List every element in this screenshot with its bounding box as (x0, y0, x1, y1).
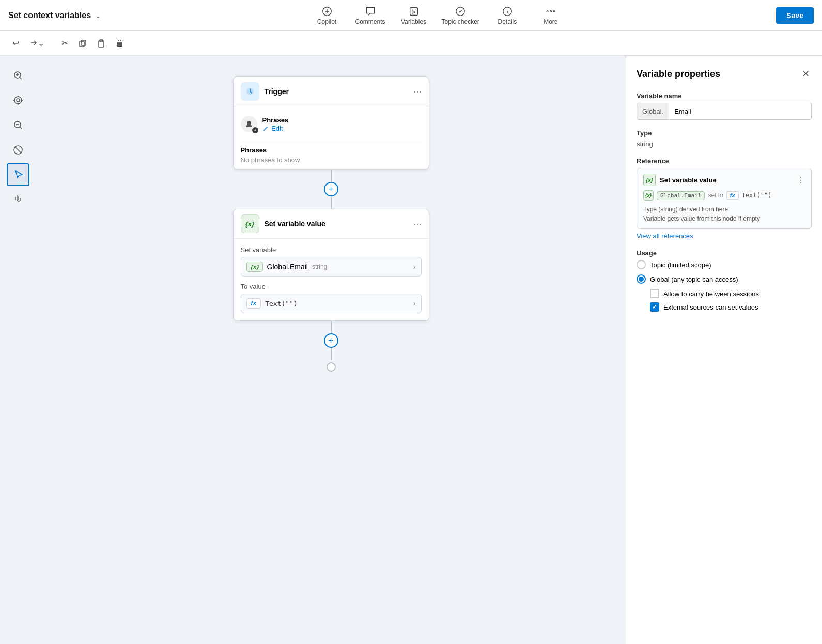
type-value: string (637, 140, 812, 148)
save-button[interactable]: Save (776, 7, 814, 24)
checkbox-external-check: ✓ (652, 303, 657, 311)
svg-point-17 (17, 99, 20, 102)
end-circle (327, 362, 336, 372)
panel-title: Variable properties (637, 69, 720, 80)
topbar-left: Set context variables ⌄ (8, 11, 101, 20)
nav-copilot[interactable]: Copilot (312, 6, 343, 25)
radio-global-circle (637, 274, 646, 284)
reference-card: {x} Set variable value ⋮ {x} Global.Emai… (637, 168, 812, 229)
radio-topic-label: Topic (limited scope) (650, 261, 711, 269)
svg-point-29 (247, 121, 251, 125)
formula-arrow-icon: › (413, 299, 416, 308)
flow-container: Trigger ··· Phrases (233, 76, 429, 372)
to-value-label: To value (241, 283, 422, 290)
nav-more-label: More (544, 18, 557, 25)
view-all-references-link[interactable]: View all references (637, 232, 693, 240)
center-button[interactable] (7, 89, 29, 112)
paste-button[interactable] (93, 36, 110, 51)
checkbox-carry[interactable]: Allow to carry between sessions (650, 289, 812, 298)
trigger-icon (241, 82, 259, 101)
zoom-in-button[interactable] (7, 64, 29, 87)
ref-fx-badge: fx (726, 191, 739, 200)
add-node-button-1[interactable]: + (324, 182, 338, 196)
variable-name-prefix: Global. (637, 103, 669, 119)
reference-section: Reference {x} Set variable value ⋮ {x} G… (637, 157, 812, 240)
trigger-node-body: Phrases Edit Phrases No phrases to show (234, 106, 429, 169)
zoom-out-button[interactable] (7, 114, 29, 136)
variable-properties-panel: Variable properties ✕ Variable name Glob… (626, 56, 822, 644)
phrases-icon (241, 116, 257, 132)
formula-text: Text("") (265, 300, 409, 308)
panel-close-button[interactable]: ✕ (800, 66, 812, 82)
hand-button[interactable] (7, 188, 29, 211)
set-variable-icon: {x} (241, 214, 259, 233)
page-title: Set context variables (8, 11, 91, 20)
checkbox-external-label: External sources can set values (663, 303, 758, 311)
svg-line-27 (15, 147, 21, 153)
connector-2: + (324, 321, 338, 372)
main-layout: Trigger ··· Phrases (0, 56, 822, 644)
svg-line-25 (20, 127, 22, 129)
nav-variables[interactable]: {x} Variables (398, 6, 429, 25)
panel-header: Variable properties ✕ (637, 66, 812, 82)
svg-point-8 (553, 10, 555, 12)
variable-arrow-icon: › (413, 263, 416, 271)
variable-name-label: Variable name (637, 92, 812, 100)
connector-1: + (324, 170, 338, 209)
edit-toolbar: ↩ ⌄ ✂ 🗑 (0, 31, 822, 56)
select-button[interactable] (7, 163, 29, 186)
phrases-empty-text: No phrases to show (241, 156, 422, 164)
connector-line-bottom (331, 196, 332, 209)
nav-topic-checker[interactable]: Topic checker (442, 6, 479, 25)
checkbox-carry-label: Allow to carry between sessions (663, 290, 759, 298)
ref-more-button[interactable]: ⋮ (797, 175, 805, 185)
redo-button[interactable]: ⌄ (25, 35, 49, 51)
type-section: Type string (637, 129, 812, 148)
set-variable-label: Set variable (241, 246, 422, 254)
side-toolbar (0, 56, 36, 644)
cut-button[interactable]: ✂ (57, 35, 72, 51)
formula-row[interactable]: fx Text("") › (241, 294, 422, 313)
variable-name-input[interactable] (669, 103, 811, 119)
ref-set-to: set to (708, 192, 723, 199)
fx-badge: fx (246, 298, 261, 309)
nav-comments[interactable]: Comments (355, 6, 386, 25)
no-action-button[interactable] (7, 139, 29, 161)
checkbox-external-box: ✓ (650, 302, 659, 312)
set-variable-node: {x} Set variable value ··· Set variable … (233, 209, 429, 321)
svg-point-7 (550, 10, 552, 12)
svg-point-6 (547, 10, 548, 12)
copy-button[interactable] (74, 36, 91, 51)
toolbar-separator (53, 37, 53, 50)
topbar-nav: Copilot Comments {x} Variables Topic che… (312, 6, 566, 25)
delete-button[interactable]: 🗑 (112, 36, 128, 51)
topbar-right: Save (776, 7, 814, 24)
trigger-node: Trigger ··· Phrases (233, 76, 429, 170)
trigger-node-header: Trigger ··· (234, 77, 429, 106)
nav-variables-label: Variables (401, 18, 426, 25)
radio-global-label: Global (any topic can access) (650, 275, 738, 283)
svg-text:{x}: {x} (411, 9, 417, 14)
set-variable-node-title: Set variable value (265, 220, 409, 228)
set-variable-node-body: Set variable {x} Global.Email string › T… (234, 239, 429, 320)
variable-badge: {x} (246, 262, 263, 272)
checkbox-external[interactable]: ✓ External sources can set values (650, 302, 812, 312)
usage-section: Usage Topic (limited scope) Global (any … (637, 249, 812, 316)
radio-global[interactable]: Global (any topic can access) (637, 274, 812, 284)
undo-button[interactable]: ↩ (8, 35, 23, 51)
phrases-section-label: Phrases (241, 146, 422, 154)
add-node-button-2[interactable]: + (324, 333, 338, 348)
nav-more[interactable]: More (535, 6, 566, 25)
nav-details[interactable]: Details (492, 6, 523, 25)
radio-topic[interactable]: Topic (limited scope) (637, 260, 812, 269)
title-chevron-icon[interactable]: ⌄ (95, 11, 101, 20)
ref-details-icon: {x} (643, 190, 654, 201)
phrases-row: Phrases Edit (241, 112, 422, 136)
nav-topic-checker-label: Topic checker (442, 18, 479, 25)
trigger-node-menu[interactable]: ··· (413, 86, 421, 97)
phrases-edit-link[interactable]: Edit (262, 125, 283, 132)
connector-2-line-top (331, 321, 332, 333)
set-variable-node-menu[interactable]: ··· (413, 219, 421, 229)
variable-row[interactable]: {x} Global.Email string › (241, 257, 422, 277)
topbar: Set context variables ⌄ Copilot Comments… (0, 0, 822, 31)
